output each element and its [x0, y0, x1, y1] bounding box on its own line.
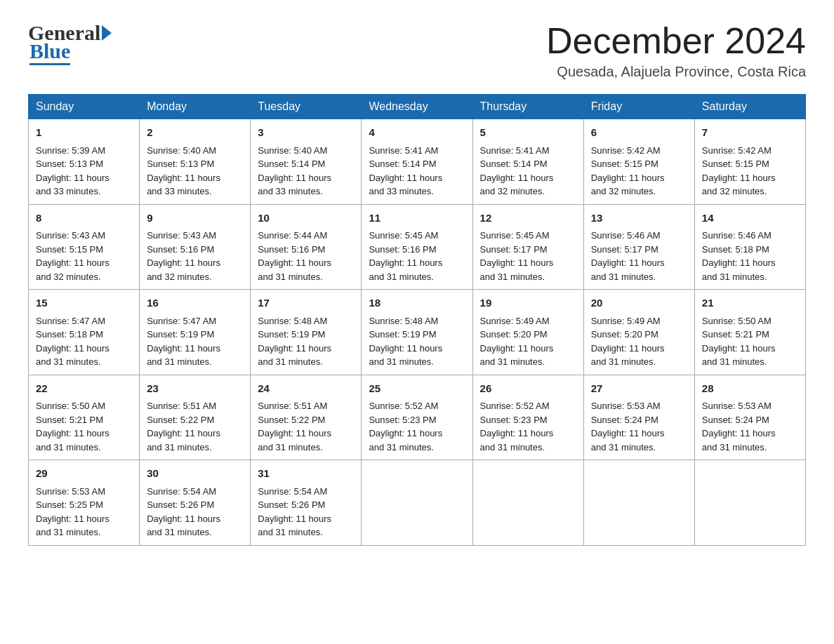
- month-title: December 2024: [546, 21, 806, 61]
- calendar-day-header: Sunday: [29, 95, 140, 119]
- calendar-cell: 27Sunrise: 5:53 AMSunset: 5:24 PMDayligh…: [583, 375, 694, 460]
- calendar-day-header: Monday: [140, 95, 251, 119]
- calendar-cell: 12Sunrise: 5:45 AMSunset: 5:17 PMDayligh…: [472, 204, 583, 290]
- calendar-cell: [362, 460, 472, 546]
- day-number: 20: [591, 295, 687, 311]
- day-number: 18: [369, 295, 465, 311]
- day-number: 11: [369, 210, 465, 227]
- calendar-cell: 17Sunrise: 5:48 AMSunset: 5:19 PMDayligh…: [251, 290, 362, 375]
- day-number: 16: [147, 295, 243, 311]
- day-number: 13: [591, 210, 687, 227]
- location-text: Quesada, Alajuela Province, Costa Rica: [546, 64, 806, 80]
- day-number: 29: [36, 466, 132, 482]
- calendar-cell: 2Sunrise: 5:40 AMSunset: 5:13 PMDaylight…: [140, 119, 251, 205]
- day-number: 24: [258, 381, 354, 397]
- calendar-cell: 20Sunrise: 5:49 AMSunset: 5:20 PMDayligh…: [583, 290, 694, 375]
- day-number: 12: [480, 210, 576, 227]
- day-number: 27: [591, 381, 687, 397]
- calendar-week-row: 8Sunrise: 5:43 AMSunset: 5:15 PMDaylight…: [29, 204, 806, 290]
- day-number: 31: [258, 466, 354, 482]
- calendar-cell: 16Sunrise: 5:47 AMSunset: 5:19 PMDayligh…: [140, 290, 251, 375]
- day-number: 4: [369, 125, 465, 141]
- calendar-cell: 15Sunrise: 5:47 AMSunset: 5:18 PMDayligh…: [29, 290, 140, 375]
- logo-blue-text: Blue: [29, 39, 70, 65]
- calendar-cell: 9Sunrise: 5:43 AMSunset: 5:16 PMDaylight…: [140, 204, 251, 290]
- calendar-cell: 8Sunrise: 5:43 AMSunset: 5:15 PMDaylight…: [29, 204, 140, 290]
- calendar-cell: 22Sunrise: 5:50 AMSunset: 5:21 PMDayligh…: [29, 375, 140, 460]
- calendar-cell: [583, 460, 694, 546]
- day-number: 9: [147, 210, 243, 227]
- calendar-cell: 31Sunrise: 5:54 AMSunset: 5:26 PMDayligh…: [251, 460, 362, 546]
- day-number: 17: [258, 295, 354, 311]
- day-number: 30: [147, 466, 243, 482]
- calendar-cell: 28Sunrise: 5:53 AMSunset: 5:24 PMDayligh…: [694, 375, 805, 460]
- calendar-day-header: Wednesday: [362, 95, 472, 119]
- day-number: 6: [591, 125, 687, 141]
- calendar-cell: 13Sunrise: 5:46 AMSunset: 5:17 PMDayligh…: [583, 204, 694, 290]
- day-number: 22: [36, 381, 132, 397]
- calendar-cell: 24Sunrise: 5:51 AMSunset: 5:22 PMDayligh…: [251, 375, 362, 460]
- calendar-cell: 29Sunrise: 5:53 AMSunset: 5:25 PMDayligh…: [29, 460, 140, 546]
- calendar-cell: 11Sunrise: 5:45 AMSunset: 5:16 PMDayligh…: [362, 204, 472, 290]
- calendar-cell: 18Sunrise: 5:48 AMSunset: 5:19 PMDayligh…: [362, 290, 472, 375]
- day-number: 2: [147, 125, 243, 141]
- calendar-cell: 4Sunrise: 5:41 AMSunset: 5:14 PMDaylight…: [362, 119, 472, 205]
- calendar-day-header: Thursday: [472, 95, 583, 119]
- day-number: 7: [702, 125, 798, 141]
- logo: General Blue: [28, 21, 112, 65]
- calendar-cell: 26Sunrise: 5:52 AMSunset: 5:23 PMDayligh…: [472, 375, 583, 460]
- calendar-cell: 25Sunrise: 5:52 AMSunset: 5:23 PMDayligh…: [362, 375, 472, 460]
- day-number: 1: [36, 125, 132, 141]
- day-number: 25: [369, 381, 465, 397]
- calendar-cell: 30Sunrise: 5:54 AMSunset: 5:26 PMDayligh…: [140, 460, 251, 546]
- calendar-cell: 23Sunrise: 5:51 AMSunset: 5:22 PMDayligh…: [140, 375, 251, 460]
- calendar-cell: 3Sunrise: 5:40 AMSunset: 5:14 PMDaylight…: [251, 119, 362, 205]
- day-number: 5: [480, 125, 576, 141]
- calendar-cell: 14Sunrise: 5:46 AMSunset: 5:18 PMDayligh…: [694, 204, 805, 290]
- day-number: 15: [36, 295, 132, 311]
- calendar-day-header: Tuesday: [251, 95, 362, 119]
- calendar-cell: 1Sunrise: 5:39 AMSunset: 5:13 PMDaylight…: [29, 119, 140, 205]
- day-number: 3: [258, 125, 354, 141]
- day-number: 21: [702, 295, 798, 311]
- calendar-cell: 6Sunrise: 5:42 AMSunset: 5:15 PMDaylight…: [583, 119, 694, 205]
- calendar-header-row: SundayMondayTuesdayWednesdayThursdayFrid…: [29, 95, 806, 119]
- calendar-table: SundayMondayTuesdayWednesdayThursdayFrid…: [28, 94, 806, 546]
- day-number: 10: [258, 210, 354, 227]
- calendar-cell: 19Sunrise: 5:49 AMSunset: 5:20 PMDayligh…: [472, 290, 583, 375]
- calendar-week-row: 1Sunrise: 5:39 AMSunset: 5:13 PMDaylight…: [29, 119, 806, 205]
- day-number: 26: [480, 381, 576, 397]
- day-number: 28: [702, 381, 798, 397]
- day-number: 14: [702, 210, 798, 227]
- calendar-day-header: Friday: [583, 95, 694, 119]
- calendar-cell: 5Sunrise: 5:41 AMSunset: 5:14 PMDaylight…: [472, 119, 583, 205]
- calendar-cell: [694, 460, 805, 546]
- logo-triangle-icon: [102, 25, 112, 41]
- calendar-cell: [472, 460, 583, 546]
- calendar-week-row: 29Sunrise: 5:53 AMSunset: 5:25 PMDayligh…: [29, 460, 806, 546]
- calendar-cell: 7Sunrise: 5:42 AMSunset: 5:15 PMDaylight…: [694, 119, 805, 205]
- calendar-week-row: 22Sunrise: 5:50 AMSunset: 5:21 PMDayligh…: [29, 375, 806, 460]
- day-number: 23: [147, 381, 243, 397]
- day-number: 8: [36, 210, 132, 227]
- calendar-day-header: Saturday: [694, 95, 805, 119]
- calendar-week-row: 15Sunrise: 5:47 AMSunset: 5:18 PMDayligh…: [29, 290, 806, 375]
- day-number: 19: [480, 295, 576, 311]
- page-header: General Blue December 2024 Quesada, Alaj…: [28, 21, 806, 80]
- title-block: December 2024 Quesada, Alajuela Province…: [546, 21, 806, 80]
- calendar-cell: 21Sunrise: 5:50 AMSunset: 5:21 PMDayligh…: [694, 290, 805, 375]
- calendar-cell: 10Sunrise: 5:44 AMSunset: 5:16 PMDayligh…: [251, 204, 362, 290]
